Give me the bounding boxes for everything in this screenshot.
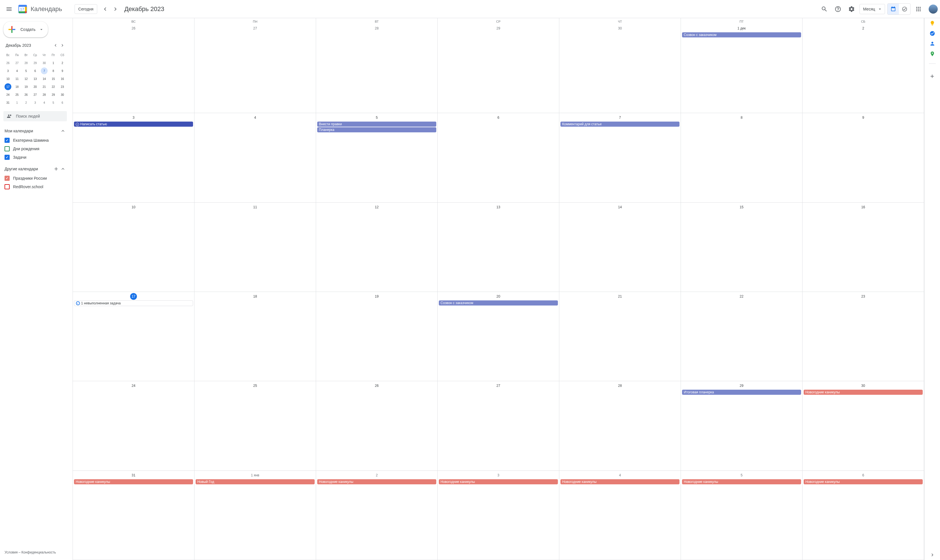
- day-cell[interactable]: 26: [316, 381, 438, 470]
- day-cell[interactable]: 171 невыполненная задача: [73, 292, 194, 381]
- day-number[interactable]: 28: [317, 25, 436, 32]
- calendar-checkbox[interactable]: [5, 146, 10, 151]
- view-selector[interactable]: Месяц: [860, 4, 885, 14]
- day-cell[interactable]: 6Новогодние каникулы: [803, 471, 924, 560]
- mini-day-cell[interactable]: 23: [59, 83, 66, 90]
- mini-day-cell[interactable]: 7: [41, 68, 48, 74]
- mini-day-cell[interactable]: 20: [32, 83, 38, 90]
- day-number[interactable]: 11: [195, 204, 315, 211]
- day-cell[interactable]: 29Итоговая планерка: [681, 381, 803, 470]
- plus-icon[interactable]: [53, 166, 59, 172]
- day-cell[interactable]: 5Новогодние каникулы: [681, 471, 803, 560]
- mini-day-cell[interactable]: 3: [32, 99, 38, 106]
- other-calendars-header[interactable]: Другие календари: [3, 164, 67, 174]
- next-month-button[interactable]: [111, 5, 120, 14]
- calendar-checkbox[interactable]: [5, 176, 10, 181]
- mini-day-cell[interactable]: 29: [50, 91, 57, 98]
- event-chip[interactable]: Новый Год: [195, 479, 315, 484]
- day-cell[interactable]: 28: [316, 24, 438, 113]
- mini-day-cell[interactable]: 15: [50, 75, 57, 82]
- search-people-input[interactable]: Поиск людей: [3, 111, 67, 121]
- day-number[interactable]: 31: [74, 472, 193, 478]
- event-chip[interactable]: Новогодние каникулы: [804, 479, 923, 484]
- mini-day-cell[interactable]: 9: [59, 68, 66, 74]
- day-cell[interactable]: 27: [438, 381, 559, 470]
- mini-day-cell[interactable]: 28: [41, 91, 48, 98]
- mini-day-cell[interactable]: 4: [41, 99, 48, 106]
- day-cell[interactable]: 23: [803, 292, 924, 381]
- mini-day-cell[interactable]: 17: [5, 83, 11, 90]
- day-cell[interactable]: 25: [194, 381, 316, 470]
- search-button[interactable]: [818, 3, 830, 15]
- tasks-view-toggle[interactable]: [899, 4, 910, 14]
- event-chip[interactable]: Новогодние каникулы: [74, 479, 193, 484]
- event-chip[interactable]: Новогодние каникулы: [439, 479, 558, 484]
- tasks-panel-icon[interactable]: [929, 31, 935, 36]
- day-cell[interactable]: 24: [73, 381, 194, 470]
- day-number[interactable]: 4: [560, 472, 680, 478]
- calendar-item[interactable]: Екатерина Шамина: [3, 136, 67, 145]
- maps-panel-icon[interactable]: [929, 51, 935, 57]
- mini-day-cell[interactable]: 30: [59, 91, 66, 98]
- mini-day-cell[interactable]: 16: [59, 75, 66, 82]
- day-cell[interactable]: 13: [438, 203, 559, 292]
- day-cell[interactable]: 9: [803, 113, 924, 202]
- mini-day-cell[interactable]: 1: [14, 99, 20, 106]
- day-cell[interactable]: 4: [194, 113, 316, 202]
- day-cell[interactable]: 1 декСозвон с заказчиком: [681, 24, 803, 113]
- day-number[interactable]: 9: [804, 114, 923, 121]
- calendar-checkbox[interactable]: [5, 184, 10, 189]
- day-number[interactable]: 26: [317, 382, 436, 389]
- user-avatar[interactable]: [929, 5, 938, 14]
- day-cell[interactable]: 29: [438, 24, 559, 113]
- mini-day-cell[interactable]: 6: [59, 99, 66, 106]
- calendar-view-toggle[interactable]: [888, 4, 899, 14]
- calendar-item[interactable]: Дни рождения: [3, 145, 67, 153]
- mini-day-cell[interactable]: 4: [14, 68, 20, 74]
- day-number[interactable]: 27: [195, 25, 315, 32]
- event-chip[interactable]: Новогодние каникулы: [682, 479, 801, 484]
- calendar-checkbox[interactable]: [5, 155, 10, 160]
- event-chip[interactable]: Планерка: [317, 127, 436, 132]
- calendar-item[interactable]: RedRover.school: [3, 183, 67, 191]
- calendar-item[interactable]: Задачи: [3, 153, 67, 162]
- day-number[interactable]: 3: [439, 472, 558, 478]
- day-number[interactable]: 6: [439, 114, 558, 121]
- settings-button[interactable]: [846, 3, 857, 15]
- panel-collapse-button[interactable]: [929, 552, 935, 558]
- event-chip[interactable]: Созвон с заказчиком: [682, 32, 801, 37]
- day-cell[interactable]: 4Новогодние каникулы: [559, 471, 681, 560]
- mini-day-cell[interactable]: 18: [14, 83, 20, 90]
- day-cell[interactable]: 8: [681, 113, 803, 202]
- mini-day-cell[interactable]: 2: [23, 99, 29, 106]
- event-chip[interactable]: Новогодние каникулы: [560, 479, 680, 484]
- task-chip[interactable]: 1 невыполненная задача: [74, 300, 193, 306]
- day-cell[interactable]: 22: [681, 292, 803, 381]
- prev-month-button[interactable]: [101, 5, 110, 14]
- mini-day-cell[interactable]: 27: [14, 60, 20, 66]
- day-cell[interactable]: 12: [316, 203, 438, 292]
- mini-day-cell[interactable]: 21: [41, 83, 48, 90]
- mini-day-cell[interactable]: 6: [32, 68, 38, 74]
- day-number[interactable]: 3: [74, 114, 193, 121]
- mini-day-cell[interactable]: 28: [23, 60, 29, 66]
- day-number[interactable]: 5: [682, 472, 801, 478]
- day-number[interactable]: 22: [682, 293, 801, 300]
- day-number[interactable]: 4: [195, 114, 315, 121]
- day-cell[interactable]: 2Новогодние каникулы: [316, 471, 438, 560]
- mini-day-cell[interactable]: 30: [41, 60, 48, 66]
- day-cell[interactable]: 18: [194, 292, 316, 381]
- mini-day-cell[interactable]: 10: [5, 75, 11, 82]
- day-cell[interactable]: 20Созвон с заказчиком: [438, 292, 559, 381]
- mini-day-cell[interactable]: 25: [14, 91, 20, 98]
- day-number[interactable]: 16: [804, 204, 923, 211]
- day-cell[interactable]: 16: [803, 203, 924, 292]
- day-number[interactable]: 14: [560, 204, 680, 211]
- event-chip[interactable]: Новогодние каникулы: [804, 390, 923, 395]
- day-number[interactable]: 29: [439, 25, 558, 32]
- mini-day-cell[interactable]: 22: [50, 83, 57, 90]
- mini-day-cell[interactable]: 26: [5, 60, 11, 66]
- mini-day-cell[interactable]: 27: [32, 91, 38, 98]
- day-number[interactable]: 27: [439, 382, 558, 389]
- event-chip[interactable]: Итоговая планерка: [682, 390, 801, 395]
